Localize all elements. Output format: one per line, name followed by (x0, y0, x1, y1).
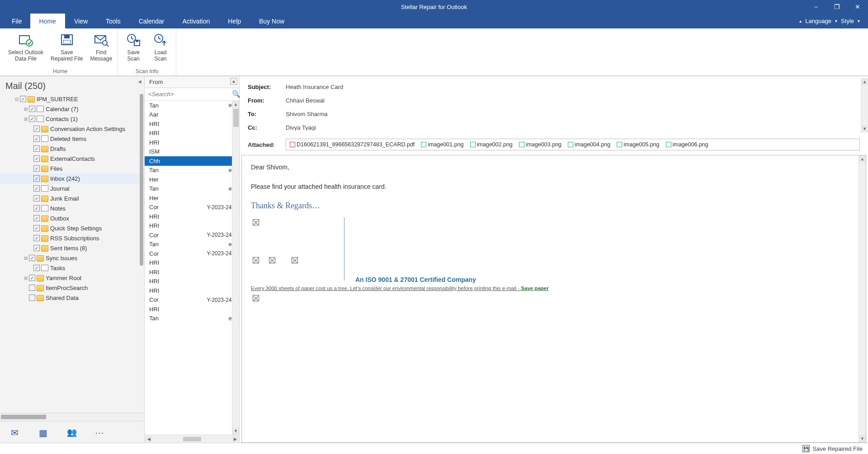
scroll-down-icon[interactable]: ▼ (232, 427, 239, 435)
attachment-item[interactable]: image006.png (666, 141, 708, 148)
tree-node[interactable]: ✓Sent Items (8) (0, 243, 144, 253)
message-item[interactable]: CorY-2023-24 . (145, 249, 239, 258)
scroll-down-icon[interactable]: ▼ (859, 435, 866, 442)
message-item[interactable]: ISM (145, 147, 239, 157)
checkbox[interactable]: ✓ (33, 225, 40, 231)
scroll-up-icon[interactable]: ▲ (859, 155, 866, 163)
save-icon[interactable]: 💾 (802, 445, 810, 452)
msglist-vscroll[interactable]: ▲ ▼ (232, 101, 239, 435)
tree-node[interactable]: ✓Outbox (0, 213, 144, 223)
message-item[interactable]: HRI (145, 212, 239, 221)
maximize-button[interactable]: ❐ (826, 0, 847, 14)
expander-icon[interactable]: ⊞ (23, 256, 29, 261)
sort-up-icon[interactable]: ▲ (230, 78, 237, 85)
menu-tools[interactable]: Tools (97, 14, 130, 28)
tree-node[interactable]: ⊟✓IPM_SUBTREE (0, 94, 144, 104)
attachment-item[interactable]: image001.png (421, 141, 463, 148)
folder-tree[interactable]: ⊟✓IPM_SUBTREE⊞✓Calendar (7)⊞✓Contacts (1… (0, 94, 144, 413)
message-item[interactable]: Tanee (145, 314, 239, 323)
message-item[interactable]: HRI (145, 277, 239, 286)
collapse-pane-icon[interactable]: ◀ (138, 79, 142, 84)
menu-help[interactable]: Help (219, 14, 250, 28)
message-item[interactable]: HRI (145, 221, 239, 231)
menu-buy-now[interactable]: Buy Now (250, 14, 293, 28)
body-scrollbar[interactable]: ▲ ▼ (859, 155, 866, 442)
message-item[interactable]: Her (145, 175, 239, 184)
tree-node[interactable]: ✓Junk Email (0, 193, 144, 203)
mail-nav-icon[interactable]: ✉ (11, 427, 23, 437)
header-scrollbar[interactable]: ▲ ▼ (861, 78, 868, 132)
message-item[interactable]: HRI (145, 138, 239, 147)
scroll-up-icon[interactable]: ▲ (861, 78, 868, 85)
calendar-nav-icon[interactable]: ▦ (39, 427, 51, 437)
checkbox[interactable]: ✓ (33, 245, 40, 251)
checkbox[interactable]: ✓ (33, 136, 40, 142)
message-item[interactable]: Her (145, 193, 239, 203)
checkbox[interactable]: ✓ (33, 215, 40, 221)
scroll-up-icon[interactable]: ▲ (232, 101, 239, 108)
checkbox[interactable]: ✓ (33, 195, 40, 201)
save-scan-button[interactable]: Save Scan (120, 30, 147, 67)
message-item[interactable]: HRI (145, 129, 239, 138)
tree-node[interactable]: ⊞✓Yammer Root (0, 273, 144, 283)
checkbox[interactable]: ✓ (33, 155, 40, 162)
message-item[interactable]: CorY-2023-24 . (145, 230, 239, 240)
message-item[interactable]: Tanee (145, 184, 239, 194)
tree-node[interactable]: ⊞✓Contacts (1) (0, 114, 144, 124)
select-outlook-data-file-button[interactable]: Select Outlook Data File (5, 30, 47, 67)
tree-node[interactable]: ✓Files (0, 164, 144, 173)
attachment-item[interactable]: image004.png (568, 141, 610, 148)
tree-node[interactable]: ⊞✓Sync Issues (0, 253, 144, 263)
people-nav-icon[interactable]: 👥 (67, 427, 79, 437)
tree-node[interactable]: ✓Deleted Items (0, 134, 144, 144)
expander-icon[interactable]: ⊞ (23, 117, 29, 122)
tree-node[interactable]: ✓Tasks (0, 263, 144, 273)
tree-hscroll[interactable] (0, 413, 144, 421)
column-from[interactable]: From (149, 79, 163, 85)
tree-node[interactable]: Shared Data (0, 293, 144, 303)
tree-node[interactable]: ✓Notes (0, 203, 144, 213)
checkbox[interactable]: ✓ (33, 185, 40, 192)
save-paper-link[interactable]: Save paper (521, 286, 548, 291)
language-dropdown[interactable]: Language (805, 18, 831, 24)
checkbox[interactable]: ✓ (29, 255, 35, 261)
msglist-hscroll[interactable]: ◀ ▶ (145, 435, 239, 443)
tree-node[interactable]: ⊞✓Calendar (7) (0, 104, 144, 114)
message-item[interactable]: CorY-2023-24 . (145, 203, 239, 212)
tree-node[interactable]: ✓Journal (0, 183, 144, 193)
expander-icon[interactable]: ⊞ (23, 276, 29, 281)
message-item[interactable]: Tanee (145, 101, 239, 110)
menu-home[interactable]: Home (30, 14, 65, 28)
minimize-button[interactable]: − (806, 0, 826, 14)
message-item[interactable]: Tanee (145, 240, 239, 249)
attachment-item[interactable]: image002.png (470, 141, 513, 148)
close-button[interactable]: ✕ (847, 0, 868, 14)
style-dropdown[interactable]: Style (841, 18, 854, 24)
message-item[interactable]: HRI (145, 286, 239, 295)
tree-node[interactable]: ✓Inbox (242) (0, 173, 144, 183)
checkbox[interactable]: ✓ (33, 126, 40, 132)
checkbox[interactable]: ✓ (33, 165, 40, 172)
message-item[interactable]: HRI (145, 119, 239, 129)
message-item[interactable]: HRI (145, 258, 239, 268)
tree-node[interactable]: ✓Conversation Action Settings (0, 124, 144, 134)
menu-calendar[interactable]: Calendar (130, 14, 174, 28)
save-repaired-file-link[interactable]: Save Repaired File (812, 445, 863, 452)
tree-node[interactable]: ✓Quick Step Settings (0, 223, 144, 233)
scroll-right-icon[interactable]: ▶ (232, 436, 238, 442)
checkbox[interactable]: ✓ (20, 96, 26, 102)
menu-file[interactable]: File (4, 14, 30, 28)
checkbox[interactable]: ✓ (29, 275, 35, 281)
load-scan-button[interactable]: Load Scan (147, 30, 174, 67)
tree-scrollbar[interactable] (140, 94, 143, 266)
message-item[interactable]: Tanee (145, 166, 239, 175)
tree-node[interactable]: ✓RSS Subscriptions (0, 233, 144, 243)
message-item[interactable]: Aar (145, 110, 239, 120)
checkbox[interactable] (29, 295, 35, 301)
message-item[interactable]: HRI (145, 267, 239, 277)
find-message-button[interactable]: Find Message (86, 30, 116, 67)
checkbox[interactable]: ✓ (33, 235, 40, 241)
menu-view[interactable]: View (65, 14, 97, 28)
tree-node[interactable]: ✓ExternalContacts (0, 154, 144, 164)
checkbox[interactable] (29, 285, 35, 291)
